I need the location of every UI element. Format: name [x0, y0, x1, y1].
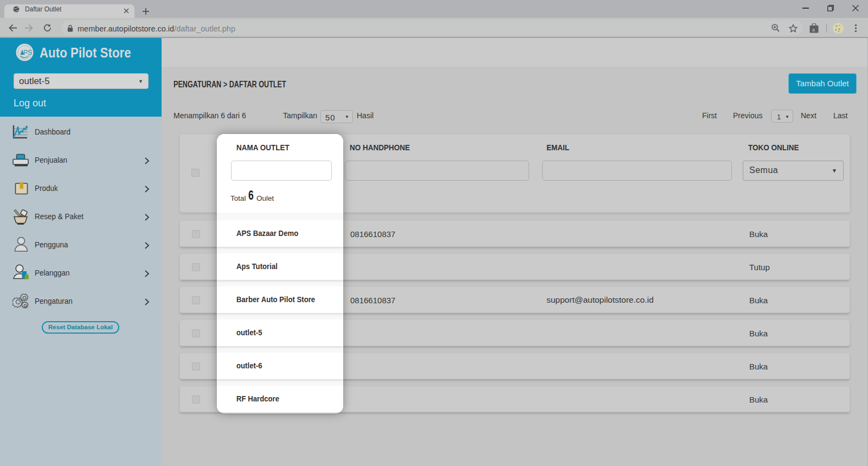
svg-text:a: a	[812, 27, 815, 33]
svg-text:PS: PS	[23, 49, 32, 56]
